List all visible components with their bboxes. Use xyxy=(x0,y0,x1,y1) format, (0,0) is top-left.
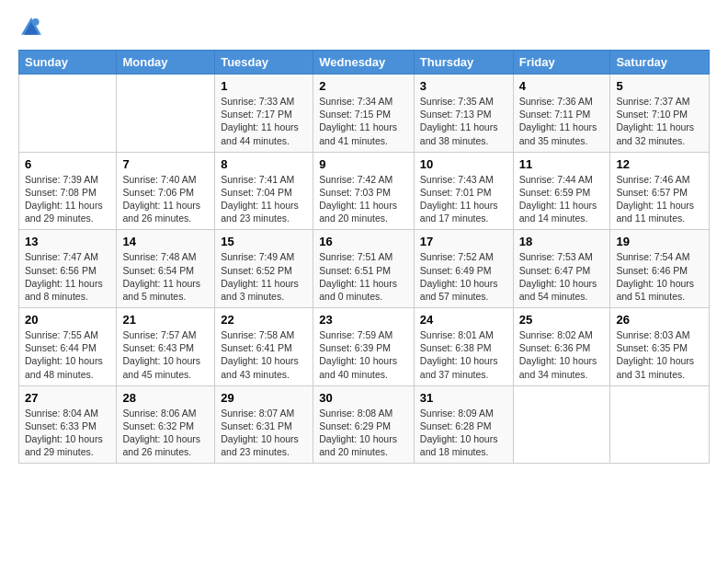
day-content: Sunrise: 7:49 AM Sunset: 6:52 PM Dayligh… xyxy=(221,250,307,303)
day-number: 8 xyxy=(221,157,307,171)
day-content: Sunrise: 7:54 AM Sunset: 6:46 PM Dayligh… xyxy=(616,250,703,303)
day-content: Sunrise: 7:39 AM Sunset: 7:08 PM Dayligh… xyxy=(25,173,110,225)
calendar-cell: 25Sunrise: 8:02 AM Sunset: 6:36 PM Dayli… xyxy=(513,308,610,386)
calendar-cell: 17Sunrise: 7:52 AM Sunset: 6:49 PM Dayli… xyxy=(414,230,513,308)
day-number: 14 xyxy=(122,235,209,248)
day-content: Sunrise: 8:09 AM Sunset: 6:28 PM Dayligh… xyxy=(420,407,507,459)
calendar-cell: 21Sunrise: 7:57 AM Sunset: 6:43 PM Dayli… xyxy=(117,308,215,386)
calendar-cell: 2Sunrise: 7:34 AM Sunset: 7:15 PM Daylig… xyxy=(313,75,415,153)
day-content: Sunrise: 7:46 AM Sunset: 6:57 PM Dayligh… xyxy=(616,173,703,225)
day-content: Sunrise: 7:57 AM Sunset: 6:43 PM Dayligh… xyxy=(122,328,209,381)
day-content: Sunrise: 7:44 AM Sunset: 6:59 PM Dayligh… xyxy=(519,173,605,225)
day-content: Sunrise: 8:04 AM Sunset: 6:33 PM Dayligh… xyxy=(25,407,110,459)
day-number: 19 xyxy=(616,235,703,248)
calendar-cell: 5Sunrise: 7:37 AM Sunset: 7:10 PM Daylig… xyxy=(610,75,710,153)
calendar-cell xyxy=(513,385,610,464)
day-number: 20 xyxy=(25,313,110,327)
day-content: Sunrise: 7:51 AM Sunset: 6:51 PM Dayligh… xyxy=(319,250,408,303)
weekday-header-wednesday: Wednesday xyxy=(313,51,415,75)
day-content: Sunrise: 7:37 AM Sunset: 7:10 PM Dayligh… xyxy=(616,95,703,147)
day-content: Sunrise: 8:02 AM Sunset: 6:36 PM Dayligh… xyxy=(519,328,605,381)
day-number: 28 xyxy=(122,391,209,405)
day-number: 31 xyxy=(420,391,507,405)
logo-icon xyxy=(18,15,44,40)
weekday-header-saturday: Saturday xyxy=(610,51,710,75)
day-number: 13 xyxy=(25,235,110,248)
calendar-cell: 15Sunrise: 7:49 AM Sunset: 6:52 PM Dayli… xyxy=(215,230,313,308)
day-number: 10 xyxy=(420,157,507,171)
day-number: 9 xyxy=(319,157,408,171)
day-content: Sunrise: 7:53 AM Sunset: 6:47 PM Dayligh… xyxy=(519,250,605,303)
day-content: Sunrise: 7:36 AM Sunset: 7:11 PM Dayligh… xyxy=(519,95,605,147)
calendar-week-2: 6Sunrise: 7:39 AM Sunset: 7:08 PM Daylig… xyxy=(19,152,710,230)
day-content: Sunrise: 7:33 AM Sunset: 7:17 PM Dayligh… xyxy=(221,95,307,147)
day-number: 16 xyxy=(319,235,408,248)
day-number: 26 xyxy=(616,313,703,327)
calendar-cell: 4Sunrise: 7:36 AM Sunset: 7:11 PM Daylig… xyxy=(513,75,610,153)
calendar-week-5: 27Sunrise: 8:04 AM Sunset: 6:33 PM Dayli… xyxy=(19,385,710,464)
calendar-cell: 16Sunrise: 7:51 AM Sunset: 6:51 PM Dayli… xyxy=(313,230,415,308)
calendar-cell: 19Sunrise: 7:54 AM Sunset: 6:46 PM Dayli… xyxy=(610,230,710,308)
calendar-cell: 20Sunrise: 7:55 AM Sunset: 6:44 PM Dayli… xyxy=(19,308,117,386)
calendar-cell: 22Sunrise: 7:58 AM Sunset: 6:41 PM Dayli… xyxy=(215,308,313,386)
calendar-cell xyxy=(19,75,117,153)
day-number: 3 xyxy=(420,79,507,93)
weekday-header-thursday: Thursday xyxy=(414,51,513,75)
calendar-cell: 31Sunrise: 8:09 AM Sunset: 6:28 PM Dayli… xyxy=(414,385,513,464)
day-content: Sunrise: 8:03 AM Sunset: 6:35 PM Dayligh… xyxy=(616,328,703,381)
page: SundayMondayTuesdayWednesdayThursdayFrid… xyxy=(0,0,728,475)
day-content: Sunrise: 7:48 AM Sunset: 6:54 PM Dayligh… xyxy=(122,250,209,303)
weekday-header-tuesday: Tuesday xyxy=(215,51,313,75)
day-number: 18 xyxy=(519,235,605,248)
header xyxy=(18,15,710,40)
calendar-week-4: 20Sunrise: 7:55 AM Sunset: 6:44 PM Dayli… xyxy=(19,308,710,386)
calendar-cell: 6Sunrise: 7:39 AM Sunset: 7:08 PM Daylig… xyxy=(19,152,117,230)
calendar-cell: 10Sunrise: 7:43 AM Sunset: 7:01 PM Dayli… xyxy=(414,152,513,230)
day-number: 15 xyxy=(221,235,307,248)
day-number: 22 xyxy=(221,313,307,327)
calendar-cell: 23Sunrise: 7:59 AM Sunset: 6:39 PM Dayli… xyxy=(313,308,415,386)
day-content: Sunrise: 7:52 AM Sunset: 6:49 PM Dayligh… xyxy=(420,250,507,303)
calendar-cell: 26Sunrise: 8:03 AM Sunset: 6:35 PM Dayli… xyxy=(610,308,710,386)
day-content: Sunrise: 7:34 AM Sunset: 7:15 PM Dayligh… xyxy=(319,95,408,147)
calendar-cell: 28Sunrise: 8:06 AM Sunset: 6:32 PM Dayli… xyxy=(117,385,215,464)
calendar-table: SundayMondayTuesdayWednesdayThursdayFrid… xyxy=(18,50,710,464)
day-number: 24 xyxy=(420,313,507,327)
calendar-cell: 18Sunrise: 7:53 AM Sunset: 6:47 PM Dayli… xyxy=(513,230,610,308)
day-number: 12 xyxy=(616,157,703,171)
day-number: 11 xyxy=(519,157,605,171)
day-number: 21 xyxy=(122,313,209,327)
day-content: Sunrise: 7:47 AM Sunset: 6:56 PM Dayligh… xyxy=(25,250,110,303)
weekday-header-monday: Monday xyxy=(117,51,215,75)
calendar-cell: 27Sunrise: 8:04 AM Sunset: 6:33 PM Dayli… xyxy=(19,385,117,464)
day-number: 5 xyxy=(616,79,703,93)
weekday-header-sunday: Sunday xyxy=(19,51,117,75)
calendar-cell: 3Sunrise: 7:35 AM Sunset: 7:13 PM Daylig… xyxy=(414,75,513,153)
day-content: Sunrise: 8:01 AM Sunset: 6:38 PM Dayligh… xyxy=(420,328,507,381)
day-number: 17 xyxy=(420,235,507,248)
day-number: 6 xyxy=(25,157,110,171)
day-number: 25 xyxy=(519,313,605,327)
calendar-cell: 14Sunrise: 7:48 AM Sunset: 6:54 PM Dayli… xyxy=(117,230,215,308)
day-number: 2 xyxy=(319,79,408,93)
day-number: 1 xyxy=(221,79,307,93)
calendar-cell xyxy=(117,75,215,153)
day-number: 30 xyxy=(319,391,408,405)
calendar-cell: 29Sunrise: 8:07 AM Sunset: 6:31 PM Dayli… xyxy=(215,385,313,464)
logo xyxy=(18,15,48,40)
calendar-cell: 8Sunrise: 7:41 AM Sunset: 7:04 PM Daylig… xyxy=(215,152,313,230)
day-content: Sunrise: 7:58 AM Sunset: 6:41 PM Dayligh… xyxy=(221,328,307,381)
calendar-cell: 24Sunrise: 8:01 AM Sunset: 6:38 PM Dayli… xyxy=(414,308,513,386)
day-number: 23 xyxy=(319,313,408,327)
calendar-cell: 11Sunrise: 7:44 AM Sunset: 6:59 PM Dayli… xyxy=(513,152,610,230)
calendar-cell: 30Sunrise: 8:08 AM Sunset: 6:29 PM Dayli… xyxy=(313,385,415,464)
weekday-header-row: SundayMondayTuesdayWednesdayThursdayFrid… xyxy=(19,51,710,75)
calendar-cell: 7Sunrise: 7:40 AM Sunset: 7:06 PM Daylig… xyxy=(117,152,215,230)
day-content: Sunrise: 7:59 AM Sunset: 6:39 PM Dayligh… xyxy=(319,328,408,381)
day-number: 27 xyxy=(25,391,110,405)
day-content: Sunrise: 7:43 AM Sunset: 7:01 PM Dayligh… xyxy=(420,173,507,225)
calendar-week-3: 13Sunrise: 7:47 AM Sunset: 6:56 PM Dayli… xyxy=(19,230,710,308)
day-content: Sunrise: 7:40 AM Sunset: 7:06 PM Dayligh… xyxy=(122,173,209,225)
day-content: Sunrise: 8:08 AM Sunset: 6:29 PM Dayligh… xyxy=(319,407,408,459)
weekday-header-friday: Friday xyxy=(513,51,610,75)
